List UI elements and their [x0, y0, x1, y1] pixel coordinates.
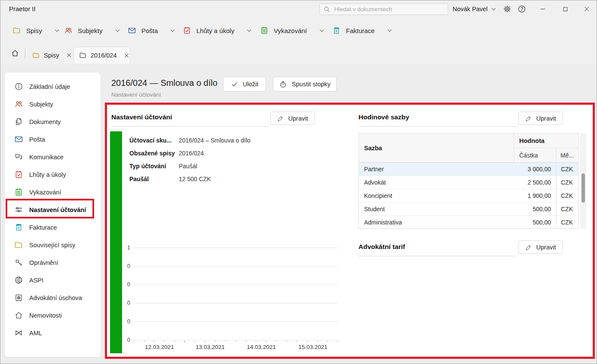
settings-button[interactable] [500, 0, 514, 18]
column-header-sazba[interactable]: Sazba [359, 133, 514, 163]
rates-table: Sazba Hodnota Částka Mě... Partner 3 000… [358, 133, 579, 229]
gear-icon [503, 5, 511, 13]
column-header-castka[interactable]: Částka [514, 148, 556, 163]
sidebar-item-opravneni[interactable]: Oprávnění [5, 254, 101, 271]
sidebar-item-label: ASPI [29, 277, 43, 284]
chevron-down-icon [387, 28, 392, 33]
chart-y-tick: 0 [115, 318, 130, 325]
sidebar-item-advokatni-uschova[interactable]: Advokátní úschova [5, 289, 101, 306]
rate-currency: CZK [556, 216, 578, 229]
tab-divider [25, 49, 25, 58]
field-pausal: Paušál 12 500 CZK [129, 173, 211, 185]
chart-y-tick: 1 [115, 244, 130, 251]
tab-spisy[interactable]: Spisy [27, 47, 72, 64]
user-name: Novák Pavel [453, 6, 487, 12]
sidebar-item-subjekty[interactable]: Subjekty [5, 95, 101, 113]
sidebar-item-posta[interactable]: Pošta [5, 130, 101, 148]
scrollbar-thumb[interactable] [582, 173, 585, 203]
chart-gridline [134, 322, 338, 322]
rate-currency: CZK [556, 176, 578, 189]
nav-item-spisy[interactable]: Spisy [12, 18, 60, 43]
search-input[interactable] [334, 6, 444, 13]
sidebar-item-label: Komunikace [29, 154, 64, 161]
envelope-icon [14, 135, 23, 144]
edit-billing-button[interactable]: Upravit [270, 112, 315, 125]
nav-item-vykazovani[interactable]: Vykazování [260, 18, 325, 43]
sidebar-item-aml[interactable]: AML [5, 324, 101, 342]
home-tab-button[interactable] [6, 45, 24, 62]
table-row-student[interactable]: Student 500,00 CZK [359, 203, 578, 216]
sidebar-item-zakladni-udaje[interactable]: Základní údaje [5, 78, 101, 95]
edit-button-label: Upravit [536, 115, 556, 122]
rate-name: Administrativa [359, 216, 514, 229]
table-row-koncipient[interactable]: Koncipient 1 900,00 CZK [359, 189, 578, 203]
sidebar-item-dokumenty[interactable]: Dokumenty [5, 113, 101, 130]
main-nav: Spisy Subjekty Pošta Lhůty a úkoly Vykaz… [0, 18, 597, 43]
edit-tariff-button[interactable]: Upravit [518, 240, 563, 254]
rates-table-scrollbar[interactable] [580, 133, 586, 229]
chart-x-label: 13.03.2021 [189, 344, 232, 350]
clipboard-check-icon [14, 170, 23, 179]
pencil-icon [525, 244, 532, 251]
nav-label: Subjekty [78, 27, 103, 34]
tab-label: Spisy [44, 52, 59, 59]
table-row-administrativa[interactable]: Administrativa 500,00 CZK [359, 216, 578, 229]
sidebar-item-label: Oprávnění [29, 259, 58, 266]
app-title: Praetor II [9, 0, 36, 18]
sidebar-item-label: Nastavení účtování [29, 206, 86, 213]
column-header-mena[interactable]: Mě... [556, 148, 578, 163]
start-stopwatch-button[interactable]: Spustit stopky [273, 77, 337, 91]
tab-case-2016-024[interactable]: 2016/024 [73, 47, 130, 64]
rate-currency: CZK [556, 203, 578, 216]
nav-item-fakturace[interactable]: Fakturace [332, 18, 392, 43]
help-icon [517, 5, 526, 13]
save-button-label: Uložit [243, 81, 258, 88]
minimize-icon [539, 6, 546, 12]
table-row-advokat[interactable]: Advokát 2 500,00 CZK [359, 176, 578, 189]
rate-name: Student [359, 203, 514, 216]
nav-item-subjekty[interactable]: Subjekty [64, 18, 120, 43]
rate-amount: 3 000,00 [514, 163, 556, 176]
table-row-partner[interactable]: Partner 3 000,00 CZK [359, 163, 578, 176]
edit-rates-button[interactable]: Upravit [518, 112, 563, 125]
sidebar-item-nemovitosti[interactable]: Nemovitosti [5, 306, 101, 324]
nav-item-lhuty-a-ukoly[interactable]: Lhůty a úkoly [183, 18, 252, 43]
sidebar-item-vykazovani[interactable]: Vykazování [5, 183, 101, 201]
info-icon [14, 82, 23, 91]
nav-label: Pošta [141, 27, 158, 34]
sidebar-item-fakturace[interactable]: Fakturace [5, 218, 101, 236]
close-icon[interactable] [124, 53, 129, 58]
nav-item-posta[interactable]: Pošta [128, 18, 175, 43]
aspi-icon [14, 276, 23, 285]
close-window-button[interactable] [576, 0, 597, 18]
nav-label: Fakturace [346, 27, 375, 34]
envelope-icon [128, 26, 136, 35]
field-label: Paušál [129, 176, 179, 182]
chart-gridline [134, 285, 338, 285]
folder-icon [14, 240, 23, 249]
help-button[interactable] [514, 0, 529, 18]
sidebar-item-lhuty-a-ukoly[interactable]: Lhůty a úkoly [5, 166, 101, 183]
save-button[interactable]: Uložit [223, 77, 266, 91]
minimize-button[interactable] [533, 0, 553, 18]
close-icon[interactable] [66, 52, 72, 58]
user-menu[interactable]: Novák Pavel [453, 0, 496, 18]
chart-y-tick: 0 [115, 337, 130, 343]
sidebar-item-aspi[interactable]: ASPI [5, 271, 101, 289]
nav-label: Lhůty a úkoly [196, 27, 234, 34]
tariff-section-heading: Advokátní tarif [358, 243, 516, 256]
close-icon [583, 6, 590, 12]
sidebar-item-souvisejici-spisy[interactable]: Související spisy [5, 236, 101, 254]
field-obsazene-spisy: Obsažené spisy 2016/024 [129, 147, 204, 160]
chat-icon [14, 152, 23, 161]
maximize-button[interactable] [555, 0, 576, 18]
sidebar-item-nastaveni-uctovani[interactable]: Nastavení účtování [5, 201, 101, 218]
sidebar-item-komunikace[interactable]: Komunikace [5, 148, 101, 166]
field-label: Obsažené spisy [129, 150, 179, 157]
rates-section-heading: Hodinové sazby [358, 113, 516, 127]
chart-gridline [134, 248, 338, 248]
document-search[interactable] [319, 3, 448, 15]
page-title: 2016/024 — Smlouva o dílo [111, 78, 217, 88]
billing-section-heading: Nastavení účtování [111, 113, 269, 127]
chart-gridline [134, 303, 338, 303]
